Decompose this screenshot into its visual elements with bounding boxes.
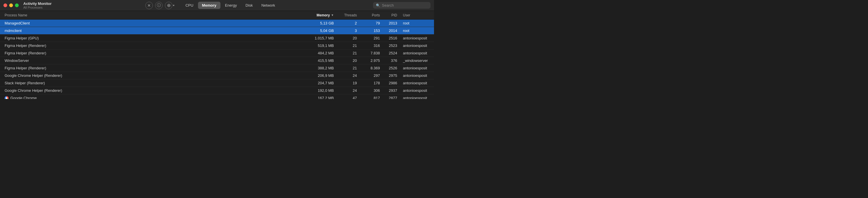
cell-user: _windowserver bbox=[400, 58, 434, 63]
cell-pid: 2975 bbox=[382, 73, 400, 78]
cell-pid: 2937 bbox=[382, 88, 400, 93]
cell-threads: 21 bbox=[336, 43, 359, 48]
cell-ports: 8.369 bbox=[359, 66, 382, 70]
cell-process-name: ManagedClient bbox=[0, 21, 290, 25]
cell-ports: 297 bbox=[359, 73, 382, 78]
cell-pid: 2877 bbox=[382, 96, 400, 99]
cell-ports: 316 bbox=[359, 43, 382, 48]
process-table: ManagedClient 5,13 GB 2 79 2013 root mdm… bbox=[0, 20, 434, 99]
column-headers: Process Name Memory ▼ Threads Ports PID … bbox=[0, 11, 434, 20]
cell-user: antonioesposit bbox=[400, 51, 434, 55]
cell-memory: 519,1 MB bbox=[290, 43, 336, 48]
titlebar: Activity Monitor All Processes ✕ ⓘ ⊕ ▾ C… bbox=[0, 0, 434, 11]
app-title: Activity Monitor All Processes bbox=[23, 1, 52, 9]
search-box[interactable]: 🔍 bbox=[373, 2, 431, 9]
table-row[interactable]: Google Chrome Helper (Renderer) 206,9 MB… bbox=[0, 72, 434, 79]
cell-process-name: Figma Helper (Renderer) bbox=[0, 51, 290, 55]
cell-process-name: mdmclient bbox=[0, 29, 290, 33]
cell-user: antonioesposit bbox=[400, 66, 434, 70]
table-row[interactable]: Slack Helper (Renderer) 204,7 MB 19 178 … bbox=[0, 79, 434, 87]
cell-user: antonioesposit bbox=[400, 88, 434, 93]
col-header-pid[interactable]: PID bbox=[382, 13, 400, 17]
col-header-threads[interactable]: Threads bbox=[336, 13, 359, 17]
col-header-ports[interactable]: Ports bbox=[359, 13, 382, 17]
cell-pid: 2014 bbox=[382, 29, 400, 33]
table-row[interactable]: Figma Helper (Renderer) 519,1 MB 21 316 … bbox=[0, 42, 434, 50]
search-icon: 🔍 bbox=[376, 3, 380, 7]
cell-ports: 178 bbox=[359, 81, 382, 85]
cell-pid: 2523 bbox=[382, 43, 400, 48]
cell-ports: 153 bbox=[359, 29, 382, 33]
cell-memory: 484,2 MB bbox=[290, 51, 336, 55]
cell-threads: 20 bbox=[336, 58, 359, 63]
stop-button[interactable]: ✕ bbox=[145, 2, 153, 9]
tab-energy[interactable]: Energy bbox=[221, 2, 241, 9]
cell-ports: 306 bbox=[359, 88, 382, 93]
minimize-button[interactable] bbox=[9, 3, 13, 7]
cell-memory: 5,04 GB bbox=[290, 29, 336, 33]
sort-arrow-icon: ▼ bbox=[331, 13, 334, 17]
info-button[interactable]: ⓘ bbox=[155, 2, 163, 9]
table-row[interactable]: WindowServer 415,5 MB 20 2.975 376 _wind… bbox=[0, 57, 434, 64]
cell-pid: 2516 bbox=[382, 36, 400, 40]
tab-disk[interactable]: Disk bbox=[242, 2, 257, 9]
cell-memory: 167,2 MB bbox=[290, 96, 336, 99]
cell-user: antonioesposit bbox=[400, 96, 434, 99]
cell-ports: 2.975 bbox=[359, 58, 382, 63]
cell-process-name: Figma Helper (GPU) bbox=[0, 36, 290, 40]
cell-process-name: Slack Helper (Renderer) bbox=[0, 81, 290, 85]
table-row[interactable]: Figma Helper (Renderer) 388,2 MB 21 8.36… bbox=[0, 64, 434, 72]
tab-network[interactable]: Network bbox=[257, 2, 279, 9]
tab-memory[interactable]: Memory bbox=[198, 2, 220, 9]
search-input[interactable] bbox=[382, 3, 425, 7]
tabs: CPU Memory Energy Disk Network bbox=[181, 2, 279, 9]
col-header-user[interactable]: User bbox=[400, 13, 434, 17]
cell-pid: 2986 bbox=[382, 81, 400, 85]
cell-process-name: Google Chrome Helper (Renderer) bbox=[0, 88, 290, 93]
cell-user: antonioesposit bbox=[400, 81, 434, 85]
app-title-text: Activity Monitor bbox=[23, 1, 52, 6]
col-header-process[interactable]: Process Name bbox=[0, 13, 290, 17]
inspect-button[interactable]: ⊕ ▾ bbox=[165, 2, 175, 9]
col-header-memory[interactable]: Memory ▼ bbox=[290, 13, 336, 17]
table-row[interactable]: mdmclient 5,04 GB 3 153 2014 root bbox=[0, 27, 434, 35]
cell-memory: 388,2 MB bbox=[290, 66, 336, 70]
tab-cpu[interactable]: CPU bbox=[181, 2, 197, 9]
cell-pid: 376 bbox=[382, 58, 400, 63]
maximize-button[interactable] bbox=[15, 3, 19, 7]
cell-threads: 3 bbox=[336, 29, 359, 33]
cell-memory: 415,5 MB bbox=[290, 58, 336, 63]
cell-threads: 24 bbox=[336, 88, 359, 93]
cell-threads: 21 bbox=[336, 51, 359, 55]
table-row[interactable]: ManagedClient 5,13 GB 2 79 2013 root bbox=[0, 20, 434, 27]
cell-process-name: WindowServer bbox=[0, 58, 290, 63]
toolbar-icons: ✕ ⓘ ⊕ ▾ bbox=[145, 2, 175, 9]
cell-memory: 1.015,7 MB bbox=[290, 36, 336, 40]
table-row[interactable]: Figma Helper (Renderer) 484,2 MB 21 7.83… bbox=[0, 50, 434, 57]
cell-memory: 204,7 MB bbox=[290, 81, 336, 85]
cell-memory: 206,9 MB bbox=[290, 73, 336, 78]
cell-threads: 20 bbox=[336, 36, 359, 40]
cell-threads: 24 bbox=[336, 73, 359, 78]
cell-ports: 79 bbox=[359, 21, 382, 25]
cell-process-name: Google Chrome bbox=[0, 96, 290, 99]
cell-threads: 2 bbox=[336, 21, 359, 25]
window-controls bbox=[3, 3, 19, 7]
table-row[interactable]: Figma Helper (GPU) 1.015,7 MB 20 291 251… bbox=[0, 35, 434, 42]
cell-threads: 47 bbox=[336, 96, 359, 99]
cell-process-name: Figma Helper (Renderer) bbox=[0, 66, 290, 70]
cell-user: antonioesposit bbox=[400, 36, 434, 40]
cell-user: root bbox=[400, 21, 434, 25]
table-row[interactable]: Google Chrome 167,2 MB 47 817 2877 anton… bbox=[0, 94, 434, 99]
cell-user: root bbox=[400, 29, 434, 33]
close-button[interactable] bbox=[3, 3, 7, 7]
chrome-icon bbox=[5, 96, 9, 99]
cell-user: antonioesposit bbox=[400, 43, 434, 48]
cell-user: antonioesposit bbox=[400, 73, 434, 78]
table-row[interactable]: Google Chrome Helper (Renderer) 192,0 MB… bbox=[0, 87, 434, 94]
cell-threads: 19 bbox=[336, 81, 359, 85]
cell-memory: 192,0 MB bbox=[290, 88, 336, 93]
cell-process-name: Google Chrome Helper (Renderer) bbox=[0, 73, 290, 78]
cell-pid: 2526 bbox=[382, 66, 400, 70]
cell-ports: 291 bbox=[359, 36, 382, 40]
